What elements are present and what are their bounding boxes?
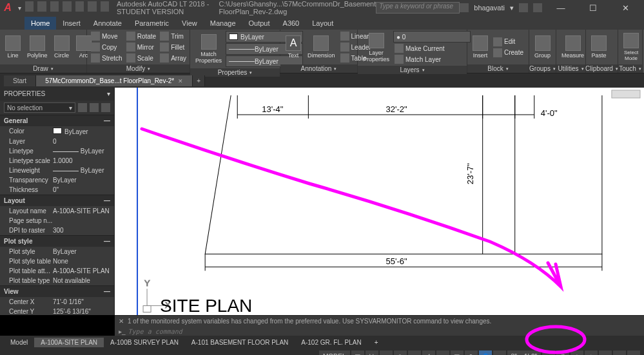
minimize-button[interactable]: — [547, 0, 574, 15]
qat-open-icon[interactable] [37, 1, 46, 12]
prop-value[interactable]: ByLayer [53, 148, 114, 155]
prop-group-plot-style[interactable]: Plot style— [0, 235, 114, 247]
cmd-caret-icon[interactable]: ▸_ [119, 328, 126, 335]
qat-saveas-icon[interactable] [63, 1, 71, 12]
insert-block-button[interactable]: Insert [470, 34, 491, 60]
workspace-switch[interactable]: ⚙ [556, 350, 569, 355]
prop-value[interactable]: 1.0000 [53, 157, 114, 164]
touch-group-label[interactable]: Touch [618, 64, 642, 73]
app-logo-icon[interactable]: A [0, 0, 15, 15]
selection-combo[interactable]: No selection▾ [4, 102, 75, 113]
prop-row[interactable]: TransparencyByLayer [0, 175, 114, 185]
snap-toggle[interactable]: ⸬ [366, 350, 378, 355]
prop-row[interactable]: Plot style tableNone [0, 256, 114, 266]
layout-tab-a101[interactable]: A-101 BASEMENT FLOOR PLAN [185, 338, 295, 347]
drawing-canvas[interactable]: 13'-4" 32'-2" 4'-0" 23'-7" 55'-6" Y X SI… [115, 88, 644, 315]
customize-status[interactable]: ≡ [627, 350, 640, 355]
ortho-toggle[interactable]: ∟ [380, 350, 393, 355]
close-button[interactable]: ✕ [612, 0, 639, 15]
qat-redo-icon[interactable] [101, 1, 109, 12]
user-caret-icon[interactable]: ▾ [510, 4, 514, 12]
ribbon-tab-output[interactable]: Output [242, 17, 277, 30]
cycling-toggle[interactable]: ⟳ [465, 350, 478, 355]
annoscale-icon[interactable]: ▲ [493, 350, 506, 355]
annotation-group-label[interactable]: Annotation [280, 64, 357, 73]
isolate-objects[interactable]: ◻ [599, 350, 612, 355]
layer-properties-button[interactable]: Layer Properties [360, 32, 392, 64]
annotation-monitor[interactable]: + [571, 350, 583, 355]
signin-icon[interactable] [460, 3, 469, 12]
modify-group-label[interactable]: Modify [87, 64, 190, 73]
ribbon-tab-a360[interactable]: A360 [277, 17, 306, 30]
trim-button[interactable]: Trim [159, 31, 188, 41]
exchange-icon[interactable] [519, 3, 528, 12]
ribbon-tab-annotate[interactable]: Annotate [87, 17, 128, 30]
layers-group-label[interactable]: Layers [358, 66, 467, 74]
prop-row[interactable]: ColorByLayer [0, 126, 114, 137]
qat-caret-icon[interactable]: ▾ [18, 5, 21, 12]
copy-button[interactable]: Copy [90, 42, 124, 52]
ribbon-tab-view[interactable]: View [175, 17, 204, 30]
layout-tab-a100a[interactable]: A-100A-SITE PLAN [34, 338, 104, 347]
new-tab-button[interactable]: + [193, 75, 205, 86]
make-current-button[interactable]: Make Current [393, 43, 471, 53]
close-cmd-icon[interactable]: ✕ [119, 318, 124, 325]
groups-group-label[interactable]: Groups [529, 64, 556, 73]
clipboard-group-label[interactable]: Clipboard [586, 64, 618, 73]
ribbon-tab-insert[interactable]: Insert [56, 17, 87, 30]
prop-value[interactable]: A-100A-SITE PLAN [53, 267, 114, 274]
prop-row[interactable]: Plot table att...A-100A-SITE PLAN [0, 266, 114, 276]
prop-value[interactable]: ByLayer [53, 248, 114, 255]
paste-button[interactable]: Paste [589, 34, 609, 60]
match-properties-button[interactable]: Match Properties [193, 33, 224, 65]
prop-row[interactable]: Plot styleByLayer [0, 247, 114, 256]
file-tab-start[interactable]: Start [4, 75, 36, 86]
prop-value[interactable]: ByLayer [53, 128, 114, 135]
circle-button[interactable]: Circle [52, 34, 72, 60]
ribbon-tab-home[interactable]: Home [24, 17, 56, 30]
select-mode-button[interactable]: Select Mode [621, 32, 641, 62]
draw-group-label[interactable]: Draw [0, 64, 86, 73]
stretch-button[interactable]: Stretch [90, 53, 124, 63]
layout-tab-a102[interactable]: A-102 GR. FL. PLAN [295, 338, 367, 347]
command-input[interactable] [128, 328, 644, 335]
utilities-group-label[interactable]: Utilities [556, 64, 585, 73]
prop-row[interactable]: Center Y125'-6 13/16" [0, 307, 114, 315]
prop-value[interactable]: 71'-0 1/16" [53, 298, 114, 305]
lineweight-toggle[interactable]: ≡ [436, 350, 449, 355]
help-icon[interactable] [533, 3, 542, 12]
measure-button[interactable]: Measure [559, 34, 587, 60]
match-layer-button[interactable]: Match Layer [393, 54, 471, 64]
prop-row[interactable]: Lineweight ByLayer [0, 166, 114, 175]
polyline-button[interactable]: Polyline [24, 34, 50, 60]
prop-group-general[interactable]: General— [0, 115, 114, 126]
block-group-label[interactable]: Block [467, 64, 529, 73]
layout-tab-model[interactable]: Model [4, 338, 34, 347]
osnap-toggle[interactable]: □ [408, 350, 421, 355]
user-name[interactable]: bhagavati [474, 4, 505, 12]
layout-tab-add[interactable]: + [368, 338, 385, 347]
text-button[interactable]: AText [283, 34, 304, 60]
properties-header[interactable]: PROPERTIES▾ [0, 88, 114, 101]
command-window[interactable]: ✕1 of the monitored system variables has… [115, 315, 644, 336]
prop-value[interactable]: 0" [53, 186, 114, 193]
prop-row[interactable]: Center X71'-0 1/16" [0, 297, 114, 307]
prop-row[interactable]: Page setup n... [0, 216, 114, 225]
ribbon-tab-parametric[interactable]: Parametric [128, 17, 175, 30]
edit-block-button[interactable]: Edit [492, 37, 525, 47]
close-tab-icon[interactable]: ✕ [178, 78, 183, 84]
prop-value[interactable]: None [53, 258, 114, 265]
scale-button[interactable]: Scale [125, 53, 157, 63]
prop-value[interactable] [53, 217, 114, 224]
pickadd-icon[interactable] [90, 103, 99, 112]
qat-undo-icon[interactable] [88, 1, 96, 12]
prop-row[interactable]: Layer0 [0, 137, 114, 146]
grid-toggle[interactable]: ▦ [351, 350, 364, 355]
otrack-toggle[interactable]: ∠ [422, 350, 435, 355]
qat-new-icon[interactable] [25, 1, 34, 12]
clean-screen[interactable]: ▭ [613, 350, 626, 355]
annoscale-toggle[interactable]: 👤 [479, 350, 492, 355]
group-button[interactable]: Group [532, 34, 553, 60]
maximize-button[interactable]: ☐ [580, 0, 607, 15]
prop-group-view[interactable]: View— [0, 285, 114, 297]
